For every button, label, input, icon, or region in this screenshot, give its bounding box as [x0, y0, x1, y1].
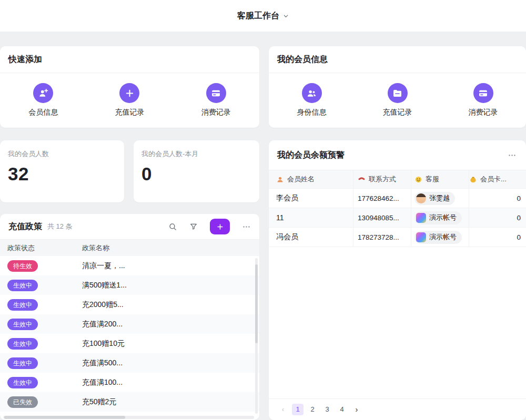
column-header-agent[interactable]: 客服 — [411, 170, 469, 188]
stat-value: 32 — [8, 163, 116, 185]
table-row[interactable]: 生效中 充2000赠5... — [0, 295, 259, 314]
table-row[interactable]: 11 130948085... 演示帐号 0 — [269, 208, 526, 228]
policy-name: 充50赠2元 — [82, 397, 259, 407]
phone-icon — [358, 176, 366, 183]
my-member-info-title: 我的会员信息 — [269, 46, 526, 73]
stat-value: 0 — [141, 163, 251, 185]
policy-name: 充100赠10元 — [82, 339, 259, 349]
action-label: 消费记录 — [201, 108, 231, 117]
folder-icon — [388, 83, 408, 103]
policy-name: 清凉一夏，... — [82, 261, 259, 271]
search-icon[interactable] — [168, 222, 177, 231]
agent-cell: 演示帐号 — [411, 228, 469, 247]
table-row[interactable]: 生效中 充100赠10元 — [0, 334, 259, 353]
app-header: 客服工作台 — [0, 0, 526, 32]
balance-cell: 0 — [469, 228, 526, 247]
balance-cell: 0 — [469, 208, 526, 227]
action-label: 充值记录 — [115, 108, 144, 117]
member-add-icon — [33, 83, 53, 103]
table-row[interactable]: 已失效 充50赠2元 — [0, 392, 259, 412]
identity-info-action[interactable]: 身份信息 — [297, 83, 327, 117]
pagination-page[interactable]: 1 — [292, 404, 304, 415]
table-row[interactable]: 生效中 充值满100... — [0, 373, 259, 392]
record-count: 共 12 条 — [47, 222, 73, 231]
contact-cell: 130948085... — [353, 208, 411, 227]
balance-table: 会员姓名 联系方式 客服 会员卡... 李会员 177628462... 张雯越 — [269, 170, 526, 247]
status-badge: 生效中 — [7, 319, 38, 330]
table-row[interactable]: 生效中 满500赠送1... — [0, 275, 259, 295]
member-name-cell: 冯会员 — [269, 228, 353, 247]
table-row[interactable]: 待生效 清凉一夏，... — [0, 256, 259, 275]
status-badge: 生效中 — [7, 357, 38, 369]
recharge-policy-card: 充值政策 共 12 条 政策状态 政策名称 待生效 清凉一夏，... 生效中 — [0, 214, 259, 420]
pagination-page[interactable]: 3 — [321, 404, 333, 415]
quick-add-card: 快速添加 会员信息 充值记录 消费记录 — [0, 46, 259, 128]
column-header-card-balance[interactable]: 会员卡... — [469, 170, 526, 188]
status-badge: 生效中 — [7, 280, 38, 291]
filter-icon[interactable] — [189, 222, 198, 231]
balance-warning-title: 我的会员余额预警 — [277, 150, 345, 161]
horizontal-scrollbar-thumb[interactable] — [4, 416, 125, 419]
stat-label: 我的会员人数 — [8, 149, 116, 159]
recharge-policy-title: 充值政策 — [8, 221, 42, 232]
action-label: 身份信息 — [297, 108, 327, 117]
more-icon[interactable] — [242, 222, 251, 231]
table-row[interactable]: 冯会员 178273728... 演示帐号 0 — [269, 228, 526, 247]
policy-name: 充值满200... — [82, 320, 259, 329]
avatar — [416, 193, 426, 203]
balance-table-header: 会员姓名 联系方式 客服 会员卡... — [269, 170, 526, 189]
quick-add-member-info[interactable]: 会员信息 — [28, 83, 58, 117]
balance-warning-card: 我的会员余额预警 会员姓名 联系方式 客服 会员卡... 李 — [269, 140, 526, 420]
stat-card-member-count-month: 我的会员人数-本月 0 — [134, 140, 259, 202]
agent-cell: 演示帐号 — [411, 208, 469, 227]
action-label: 消费记录 — [469, 108, 498, 117]
pagination-page[interactable]: 2 — [307, 404, 318, 415]
more-icon[interactable] — [508, 151, 517, 160]
workspace-switcher[interactable]: 客服工作台 — [237, 11, 289, 22]
column-header-status[interactable]: 政策状态 — [0, 243, 82, 253]
smiley-icon — [414, 176, 422, 183]
recharge-record-action[interactable]: 充值记录 — [383, 83, 412, 117]
consume-record-action[interactable]: 消费记录 — [469, 83, 498, 117]
policy-table-header: 政策状态 政策名称 — [0, 239, 259, 256]
table-row[interactable]: 生效中 充值满200... — [0, 314, 259, 334]
avatar — [416, 213, 426, 223]
coin-icon — [469, 176, 477, 183]
chevron-down-icon — [283, 13, 289, 19]
status-badge: 生效中 — [7, 377, 38, 388]
card-icon — [473, 83, 493, 103]
column-header-name[interactable]: 政策名称 — [82, 243, 259, 253]
table-row[interactable]: 生效中 充值满500... — [0, 353, 259, 373]
pagination-prev[interactable]: ‹ — [277, 404, 289, 415]
card-icon — [206, 83, 226, 103]
status-badge: 已失效 — [7, 396, 38, 408]
my-member-info-actions: 身份信息 充值记录 消费记录 — [269, 73, 526, 127]
add-record-button[interactable] — [210, 219, 230, 234]
vertical-scrollbar-thumb[interactable] — [255, 264, 258, 343]
status-badge: 生效中 — [7, 338, 38, 350]
status-badge: 生效中 — [7, 299, 38, 311]
member-name-cell: 11 — [269, 208, 353, 227]
policy-name: 满500赠送1... — [82, 281, 259, 290]
quick-add-recharge-record[interactable]: 充值记录 — [115, 83, 144, 117]
policy-rows: 待生效 清凉一夏，... 生效中 满500赠送1... 生效中 充2000赠5.… — [0, 256, 259, 412]
pagination-page[interactable]: 4 — [336, 404, 348, 415]
quick-add-title: 快速添加 — [0, 46, 259, 73]
pagination-next[interactable]: › — [351, 404, 362, 415]
table-row[interactable]: 李会员 177628462... 张雯越 0 — [269, 189, 526, 208]
agent-chip: 张雯越 — [414, 192, 455, 205]
quick-add-consume-record[interactable]: 消费记录 — [201, 83, 231, 117]
action-label: 充值记录 — [383, 108, 412, 117]
stat-label: 我的会员人数-本月 — [141, 149, 251, 159]
policy-name: 充2000赠5... — [82, 300, 259, 310]
policy-name: 充值满500... — [82, 358, 259, 368]
plus-icon — [119, 83, 139, 103]
column-header-contact[interactable]: 联系方式 — [353, 170, 411, 188]
stat-card-member-count: 我的会员人数 32 — [0, 140, 124, 202]
agent-chip: 演示帐号 — [414, 211, 462, 224]
people-icon — [302, 83, 322, 103]
contact-cell: 178273728... — [353, 228, 411, 247]
member-name-cell: 李会员 — [269, 189, 353, 208]
balance-cell: 0 — [469, 189, 526, 208]
column-header-member-name[interactable]: 会员姓名 — [269, 170, 353, 188]
